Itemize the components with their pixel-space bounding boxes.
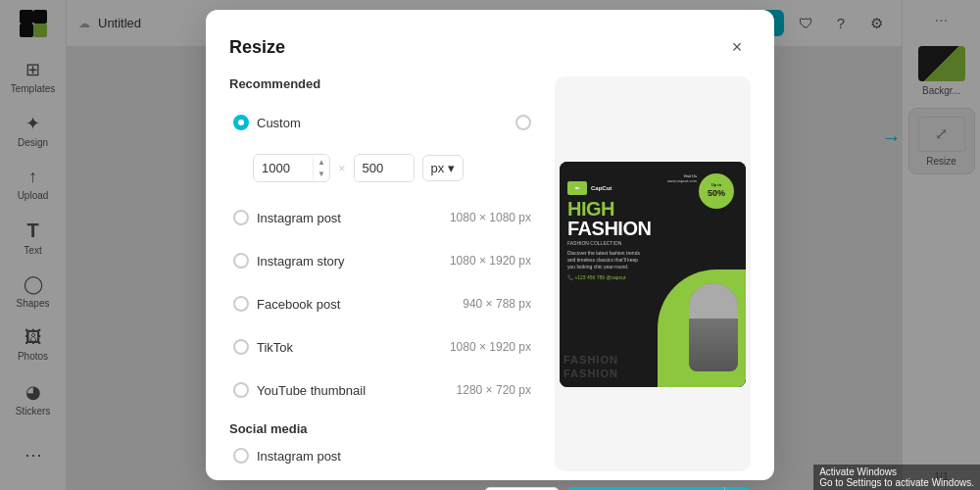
go-to-settings-text: Go to Settings to activate Windows. <box>819 477 974 488</box>
resize-modal: Resize × Recommended Custom <box>206 10 774 480</box>
discount-badge: Up to 50% <box>699 173 734 209</box>
facebook-post-radio[interactable] <box>233 296 249 312</box>
modal-body: Recommended Custom <box>229 76 751 471</box>
social-instagram-radio[interactable] <box>233 448 249 464</box>
modal-overlay: Resize × Recommended Custom <box>0 0 980 490</box>
width-arrows: ▲ ▼ <box>313 157 329 180</box>
fashion-background: ✄ CapCut HIGH FASHION FASHION COLLECTION… <box>560 162 746 387</box>
custom-option-label: Custom <box>257 116 301 130</box>
unit-select[interactable]: px ▾ <box>422 155 465 181</box>
instagram-post-radio[interactable] <box>233 210 249 225</box>
instagram-story-label: Instagram story <box>257 254 345 269</box>
capcut-logo: ✄ <box>567 181 587 195</box>
facebook-post-dims: 940 × 788 px <box>463 297 531 311</box>
custom-option-left: Custom <box>233 115 301 130</box>
preview-area: ✄ CapCut HIGH FASHION FASHION COLLECTION… <box>555 76 751 471</box>
app-background: ⊞ Templates ✦ Design ↑ Upload T Text ◯ S… <box>0 0 980 490</box>
social-instagram-left: Instagram post <box>233 448 341 464</box>
width-input[interactable] <box>254 155 313 181</box>
website-url: www.capcut.com <box>667 178 697 183</box>
social-instagram-label: Instagram post <box>257 449 341 464</box>
youtube-thumbnail-radio[interactable] <box>233 382 249 398</box>
tiktok-dims: 1080 × 1920 px <box>450 340 531 354</box>
activate-windows-text: Activate Windows <box>819 466 897 477</box>
modal-header: Resize × <box>229 33 751 61</box>
visit-info: Visit Us www.capcut.com <box>667 173 697 183</box>
fashion-overlay-2: FASHION <box>564 368 742 379</box>
modal-title: Resize <box>229 37 285 58</box>
activate-windows-banner: Activate Windows Go to Settings to activ… <box>813 465 980 490</box>
dimension-inputs: ▲ ▼ × px ▾ <box>253 154 535 182</box>
width-down-arrow[interactable]: ▼ <box>314 169 329 180</box>
tiktok-radio[interactable] <box>233 339 249 355</box>
social-media-title: Social media <box>229 421 535 436</box>
height-input-wrap <box>354 154 415 182</box>
instagram-post-dims: 1080 × 1080 px <box>450 211 531 224</box>
high-text: HIGH <box>567 199 651 219</box>
resize-form: Recommended Custom <box>229 76 535 471</box>
modal-close-button[interactable]: × <box>723 33 751 61</box>
capcut-text: CapCut <box>591 185 612 191</box>
instagram-post-label: Instagram post <box>257 211 341 225</box>
fashion-text-block: ✄ CapCut HIGH FASHION FASHION COLLECTION… <box>567 181 651 280</box>
instagram-post-option[interactable]: Instagram post 1080 × 1080 px <box>229 202 535 233</box>
youtube-thumbnail-left: YouTube thumbnail <box>233 382 366 398</box>
instagram-story-option[interactable]: Instagram story 1080 × 1920 px <box>229 245 535 276</box>
fashion-title-text: FASHION <box>567 219 651 238</box>
tiktok-option[interactable]: TikTok 1080 × 1920 px <box>229 331 535 363</box>
youtube-thumbnail-label: YouTube thumbnail <box>257 383 366 398</box>
facebook-post-option[interactable]: Facebook post 940 × 788 px <box>229 288 535 319</box>
instagram-post-left: Instagram post <box>233 210 341 225</box>
unit-chevron-down-icon: ▾ <box>448 161 455 175</box>
unit-value: px <box>431 161 445 175</box>
fashion-brand: ✄ CapCut <box>567 181 651 195</box>
instagram-story-radio[interactable] <box>233 253 249 269</box>
height-input[interactable] <box>355 155 414 181</box>
youtube-thumbnail-option[interactable]: YouTube thumbnail 1280 × 720 px <box>229 374 535 406</box>
fashion-description: Discover the latest fashion trends and t… <box>567 250 646 270</box>
facebook-post-left: Facebook post <box>233 296 340 312</box>
social-instagram-option[interactable]: Instagram post <box>229 440 535 471</box>
collection-label: FASHION COLLECTION <box>567 240 651 246</box>
width-input-wrap: ▲ ▼ <box>253 154 330 182</box>
fashion-overlay: FASHION FASHION <box>564 354 742 379</box>
recommended-section-title: Recommended <box>229 76 535 91</box>
tiktok-left: TikTok <box>233 339 293 355</box>
tiktok-label: TikTok <box>257 340 293 355</box>
custom-option-radio-right[interactable] <box>515 115 531 130</box>
instagram-story-left: Instagram story <box>233 253 345 269</box>
contact-info: 📞 +123 456 789 @capcut <box>567 274 651 280</box>
discount-percent: 50% <box>708 188 725 199</box>
instagram-story-dims: 1080 × 1920 px <box>450 254 531 268</box>
width-up-arrow[interactable]: ▲ <box>314 157 329 169</box>
dimension-separator: × <box>338 161 346 175</box>
fashion-overlay-1: FASHION <box>564 354 742 366</box>
facebook-post-label: Facebook post <box>257 297 340 312</box>
social-media-section: Social media Instagram post <box>229 421 535 471</box>
preview-image: ✄ CapCut HIGH FASHION FASHION COLLECTION… <box>560 162 746 387</box>
custom-option-row[interactable]: Custom <box>229 107 535 138</box>
youtube-thumbnail-dims: 1280 × 720 px <box>457 383 531 397</box>
custom-radio[interactable] <box>233 115 249 130</box>
